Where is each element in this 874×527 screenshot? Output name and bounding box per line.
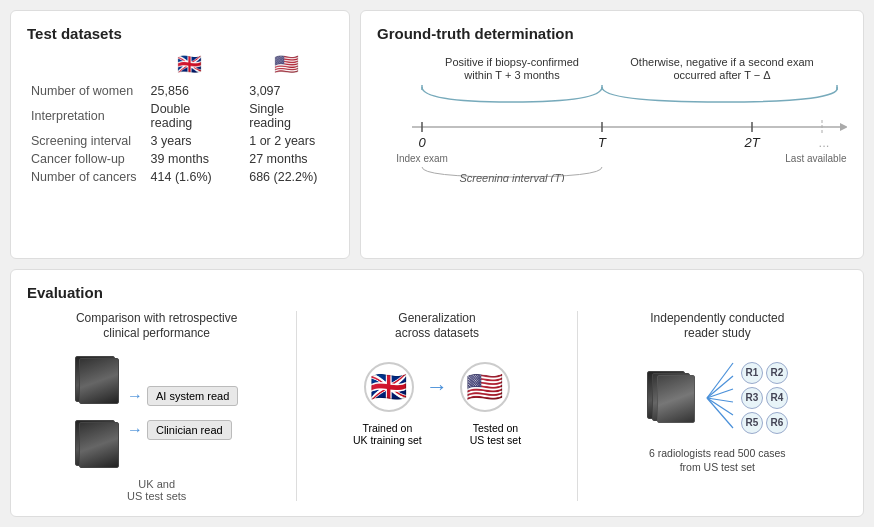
divider-1 (296, 311, 297, 502)
arrow-ai: → (127, 387, 143, 405)
row-label: Cancer follow-up (27, 150, 141, 168)
reader-bottom-label: 6 radiologists read 500 casesfrom US tes… (649, 446, 786, 475)
row-us: 3,097 (239, 82, 333, 100)
test-datasets-title: Test datasets (27, 25, 333, 42)
divider-2 (577, 311, 578, 502)
row-us: Single reading (239, 100, 333, 132)
row-uk: 414 (1.6%) (141, 168, 240, 186)
ground-truth-title: Ground-truth determination (377, 25, 847, 42)
trained-label: Trained onUK training set (353, 422, 422, 446)
reader-R3: R3 (741, 387, 763, 409)
reader-R6: R6 (766, 412, 788, 434)
reader-bubbles: R1 R2 R3 R4 R5 R6 (741, 362, 788, 434)
row-label: Number of cancers (27, 168, 141, 186)
us-flag: 🇺🇸 (460, 362, 510, 412)
row-uk: 25,856 (141, 82, 240, 100)
svg-text:Positive if biopsy-confirmed: Positive if biopsy-confirmed (445, 56, 579, 68)
comparison-section: Comparison with retrospectiveclinical pe… (27, 311, 286, 502)
dataset-table: 🇬🇧 🇺🇸 Number of women 25,856 3,097 Inter… (27, 52, 333, 186)
svg-text:...: ... (819, 135, 830, 150)
row-us: 1 or 2 years (239, 132, 333, 150)
col-header-label (27, 52, 141, 82)
svg-text:2T: 2T (743, 135, 760, 150)
reader-R2: R2 (766, 362, 788, 384)
svg-marker-8 (840, 123, 847, 131)
reader-R5: R5 (741, 412, 763, 434)
row-uk: 3 years (141, 132, 240, 150)
row-us: 686 (22.2%) (239, 168, 333, 186)
ai-read-box: AI system read (147, 386, 238, 406)
reader-title: Independently conductedreader study (650, 311, 784, 342)
ground-truth-diagram: Positive if biopsy-confirmed within T + … (377, 52, 847, 182)
svg-text:Screening interval (T): Screening interval (T) (459, 172, 564, 182)
reader-R1: R1 (741, 362, 763, 384)
row-label: Interpretation (27, 100, 141, 132)
generalization-arrow: → (426, 374, 448, 400)
table-row: Number of women 25,856 3,097 (27, 82, 333, 100)
svg-text:Last available data: Last available data (785, 153, 847, 164)
svg-text:T: T (598, 135, 607, 150)
row-label: Number of women (27, 82, 141, 100)
row-uk: 39 months (141, 150, 240, 168)
flags-labels: Trained onUK training set Tested onUS te… (353, 422, 521, 446)
tested-label: Tested onUS test set (470, 422, 521, 446)
table-row: Interpretation Double reading Single rea… (27, 100, 333, 132)
generalization-title: Generalizationacross datasets (395, 311, 479, 342)
row-us: 27 months (239, 150, 333, 168)
svg-text:Otherwise, negative if a secon: Otherwise, negative if a second exam (630, 56, 813, 68)
test-datasets-card: Test datasets 🇬🇧 🇺🇸 Number of women 25,8… (10, 10, 350, 259)
reader-section: Independently conductedreader study (588, 311, 847, 502)
svg-line-20 (707, 363, 733, 398)
comparison-title: Comparison with retrospectiveclinical pe… (76, 311, 237, 342)
svg-text:occurred after T − Δ: occurred after T − Δ (673, 69, 771, 81)
clinician-read-box: Clinician read (147, 420, 232, 440)
evaluation-title: Evaluation (27, 284, 847, 301)
reader-mammo-stack (647, 371, 699, 425)
table-row: Screening interval 3 years 1 or 2 years (27, 132, 333, 150)
svg-text:0: 0 (418, 135, 426, 150)
svg-text:Index exam: Index exam (396, 153, 448, 164)
eval-sections: Comparison with retrospectiveclinical pe… (27, 311, 847, 502)
row-uk: Double reading (141, 100, 240, 132)
generalization-section: Generalizationacross datasets 🇬🇧 → 🇺🇸 Tr… (307, 311, 566, 502)
ground-truth-card: Ground-truth determination Positive if b… (360, 10, 864, 259)
reader-arrows (705, 358, 735, 438)
svg-line-21 (707, 376, 733, 398)
reader-R4: R4 (766, 387, 788, 409)
table-row: Cancer follow-up 39 months 27 months (27, 150, 333, 168)
evaluation-card: Evaluation Comparison with retrospective… (10, 269, 864, 518)
svg-text:within T + 3 months: within T + 3 months (463, 69, 560, 81)
table-row: Number of cancers 414 (1.6%) 686 (22.2%) (27, 168, 333, 186)
arrow-clinician: → (127, 421, 143, 439)
col-header-us: 🇺🇸 (239, 52, 333, 82)
col-header-uk: 🇬🇧 (141, 52, 240, 82)
row-label: Screening interval (27, 132, 141, 150)
uk-us-label: UK andUS test sets (127, 478, 186, 502)
flags-row: 🇬🇧 → 🇺🇸 (364, 362, 510, 412)
mammo-images (75, 356, 119, 470)
uk-flag: 🇬🇧 (364, 362, 414, 412)
